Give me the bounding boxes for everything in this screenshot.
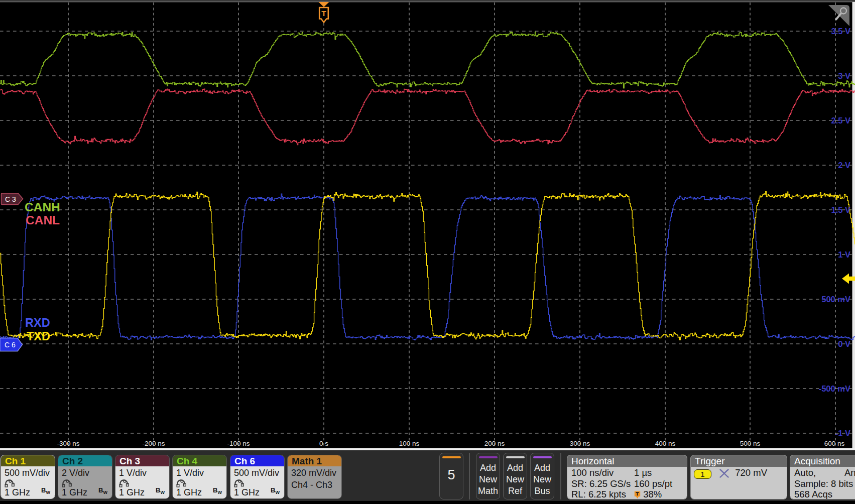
svg-text:3.5 V: 3.5 V — [831, 27, 850, 36]
svg-text:0 V: 0 V — [838, 339, 850, 348]
svg-text:T: T — [321, 9, 326, 18]
svg-text:500 ns: 500 ns — [740, 440, 761, 447]
svg-text:2.5 V: 2.5 V — [831, 116, 850, 125]
svg-text:-100 ns: -100 ns — [227, 440, 250, 447]
svg-text:3 V: 3 V — [838, 71, 850, 80]
svg-text:1.5 V: 1.5 V — [831, 205, 850, 214]
svg-text:400 ns: 400 ns — [655, 440, 676, 447]
svg-text:0 s: 0 s — [319, 440, 328, 447]
svg-text:600 ns: 600 ns — [824, 440, 845, 447]
svg-text:-200 ns: -200 ns — [142, 440, 165, 447]
svg-text:2 V: 2 V — [838, 161, 850, 170]
svg-text:-300 ns: -300 ns — [57, 440, 79, 447]
svg-text:-500 mV: -500 mV — [819, 384, 850, 393]
svg-text:1 V: 1 V — [838, 250, 850, 259]
svg-text:CANH: CANH — [25, 200, 60, 214]
svg-text:-1 V: -1 V — [835, 429, 850, 438]
svg-text:TXD: TXD — [27, 330, 50, 343]
svg-text:200 ns: 200 ns — [484, 440, 505, 447]
svg-text:C 3: C 3 — [5, 195, 16, 203]
svg-text:100 ns: 100 ns — [399, 440, 420, 447]
svg-text:C 6: C 6 — [5, 341, 16, 349]
svg-text:RXD: RXD — [25, 316, 50, 329]
svg-text:CANL: CANL — [26, 213, 60, 227]
svg-text:300 ns: 300 ns — [570, 440, 590, 447]
svg-text:500 mV: 500 mV — [821, 295, 850, 304]
